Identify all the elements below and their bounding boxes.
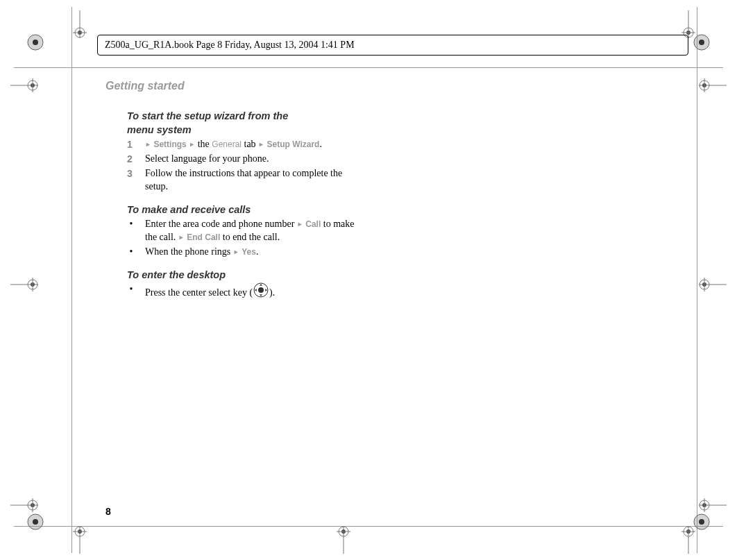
- center-key-icon: [253, 282, 269, 303]
- nav-arrow-icon: ►: [178, 234, 185, 241]
- step-3: 3 Follow the instructions that appear to…: [127, 167, 356, 194]
- nav-arrow-icon: ►: [233, 248, 239, 255]
- setup-wizard-steps: 1 ► Settings ► the General tab ► Setup W…: [127, 138, 356, 194]
- step-text: ► Settings ► the General tab ► Setup Wiz…: [145, 138, 356, 151]
- step-1: 1 ► Settings ► the General tab ► Setup W…: [127, 138, 356, 151]
- step-number: 3: [127, 167, 135, 194]
- list-item: • Enter the area code and phone number ►…: [127, 218, 356, 244]
- bullet-text: Press the center select key ().: [145, 283, 356, 304]
- page-header-box: Z500a_UG_R1A.book Page 8 Friday, August …: [97, 35, 688, 56]
- step-number: 1: [127, 138, 135, 151]
- section1-heading: To start the setup wizard from the menu …: [127, 110, 356, 137]
- crop-target-icon: [69, 10, 90, 41]
- bullet-icon: •: [127, 283, 135, 304]
- nav-arrow-icon: ►: [297, 221, 303, 228]
- list-item: • Press the center select key ().: [127, 283, 356, 304]
- page-content: To start the setup wizard from the menu …: [127, 110, 356, 314]
- nav-arrow-icon: ►: [145, 141, 151, 148]
- crop-line-right: [697, 7, 697, 553]
- crop-line-left: [71, 7, 72, 553]
- svg-point-57: [258, 287, 264, 293]
- step-text: Follow the instructions that appear to c…: [145, 167, 356, 194]
- svg-point-2: [33, 40, 38, 45]
- svg-point-5: [699, 40, 704, 45]
- step-2: 2 Select language for your phone.: [127, 153, 356, 166]
- crop-target-icon: [333, 526, 354, 557]
- step-text: Select language for your phone.: [145, 153, 356, 166]
- bullet-icon: •: [127, 218, 135, 244]
- crop-target-icon: [10, 495, 38, 518]
- crop-target-icon: [10, 274, 38, 298]
- desktop-bullets: • Press the center select key ().: [127, 283, 356, 304]
- registration-mark-icon: [26, 33, 44, 54]
- bullet-text: Enter the area code and phone number ► C…: [145, 218, 356, 244]
- section2-heading: To make and receive calls: [127, 203, 356, 217]
- crop-target-icon: [699, 274, 727, 298]
- bullet-text: When the phone rings ► Yes.: [145, 246, 356, 259]
- section-title: Getting started: [105, 80, 185, 92]
- crop-target-icon: [678, 526, 699, 557]
- crop-line-bottom: [14, 526, 723, 527]
- crop-target-icon: [699, 75, 727, 99]
- step-number: 2: [127, 153, 135, 166]
- crop-target-icon: [10, 75, 38, 99]
- crop-target-icon: [69, 526, 90, 557]
- page-number: 8: [105, 506, 111, 517]
- section3-heading: To enter the desktop: [127, 269, 356, 282]
- crop-target-icon: [699, 495, 727, 518]
- nav-arrow-icon: ►: [189, 141, 195, 148]
- crop-line-top: [14, 67, 723, 68]
- nav-arrow-icon: ►: [258, 141, 264, 148]
- bullet-icon: •: [127, 246, 135, 259]
- calls-bullets: • Enter the area code and phone number ►…: [127, 218, 356, 259]
- book-info-text: Z500a_UG_R1A.book Page 8 Friday, August …: [105, 40, 355, 50]
- svg-point-8: [33, 519, 38, 525]
- svg-point-11: [699, 519, 704, 525]
- list-item: • When the phone rings ► Yes.: [127, 246, 356, 259]
